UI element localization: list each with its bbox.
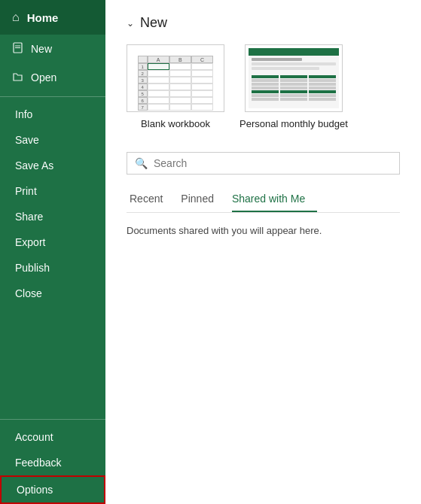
- sidebar-item-account[interactable]: Account: [0, 424, 105, 450]
- blank-workbook-label: Blank workbook: [141, 118, 210, 129]
- sidebar-item-close[interactable]: Close: [0, 281, 105, 306]
- tab-pinned[interactable]: Pinned: [181, 187, 226, 212]
- shared-message: Documents shared with you will appear he…: [127, 225, 400, 236]
- sidebar-item-info[interactable]: Info: [0, 102, 105, 127]
- blank-workbook-thumbnail: A B C 1 2: [127, 44, 224, 112]
- search-icon: 🔍: [135, 157, 148, 169]
- sidebar-item-options[interactable]: Options: [0, 475, 105, 504]
- sidebar-item-share[interactable]: Share: [0, 204, 105, 229]
- sidebar-item-new[interactable]: New: [0, 35, 105, 63]
- sidebar-item-export[interactable]: Export: [0, 229, 105, 255]
- home-icon: ⌂: [12, 11, 20, 24]
- sidebar-open-label: Open: [31, 71, 56, 83]
- new-section-title: New: [140, 15, 167, 31]
- tabs-row: Recent Pinned Shared with Me: [127, 187, 400, 213]
- sidebar-item-print[interactable]: Print: [0, 178, 105, 204]
- main-content: ⌄ New A B C 1: [105, 0, 421, 504]
- new-icon: [12, 42, 23, 56]
- sidebar-item-feedback[interactable]: Feedback: [0, 450, 105, 475]
- new-section-header: ⌄ New: [127, 15, 400, 31]
- search-input[interactable]: [154, 157, 392, 169]
- sidebar-bottom-section: Account Feedback Options: [0, 419, 105, 504]
- sidebar-item-save[interactable]: Save: [0, 127, 105, 153]
- search-bar[interactable]: 🔍: [127, 152, 400, 175]
- budget-thumbnail: [245, 44, 343, 112]
- sidebar-new-label: New: [31, 43, 52, 55]
- tab-shared-with-me[interactable]: Shared with Me: [232, 187, 317, 212]
- open-icon: [12, 71, 23, 84]
- templates-row: A B C 1 2: [127, 44, 400, 129]
- sidebar: ⌂ Home New Open Info Save Save As Print: [0, 0, 105, 504]
- chevron-down-icon: ⌄: [127, 18, 134, 29]
- sidebar-item-open[interactable]: Open: [0, 63, 105, 92]
- sidebar-item-publish[interactable]: Publish: [0, 255, 105, 281]
- wb-grid: A B C 1 2: [138, 56, 213, 108]
- tab-recent[interactable]: Recent: [127, 187, 175, 212]
- sidebar-item-save-as[interactable]: Save As: [0, 153, 105, 178]
- sidebar-divider-1: [0, 96, 105, 97]
- budget-template-card[interactable]: Personal monthly budget: [239, 44, 348, 129]
- sidebar-item-home[interactable]: ⌂ Home: [0, 0, 105, 35]
- sidebar-home-label: Home: [27, 11, 59, 24]
- blank-workbook-card[interactable]: A B C 1 2: [127, 44, 224, 129]
- budget-template-label: Personal monthly budget: [239, 118, 348, 129]
